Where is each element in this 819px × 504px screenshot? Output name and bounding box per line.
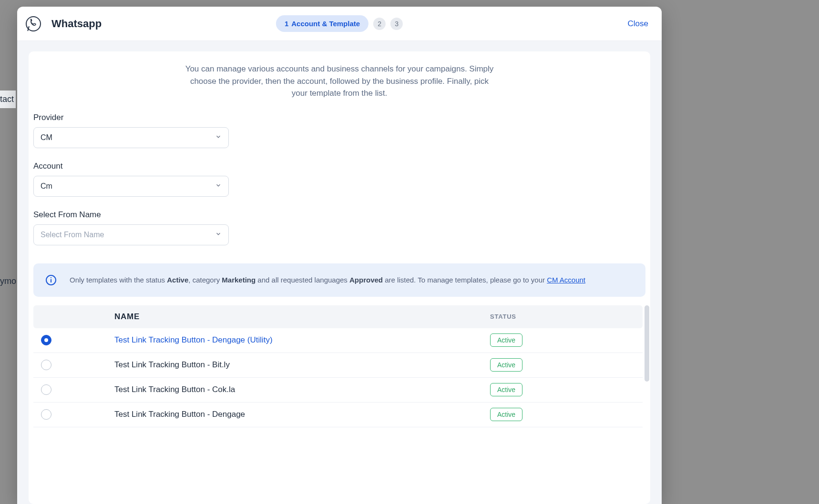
info-text: Only templates with the status Active, c… xyxy=(70,276,585,284)
info-banner: Only templates with the status Active, c… xyxy=(33,263,645,297)
provider-value: CM xyxy=(41,133,52,142)
chevron-down-icon xyxy=(215,231,222,239)
template-name: Test Link Tracking Button - Dengage (Uti… xyxy=(114,335,490,345)
table-row[interactable]: Test Link Tracking Button - Bit.lyActive xyxy=(33,353,643,378)
modal-body: You can manage various accounts and busi… xyxy=(17,41,662,504)
templates-table: NAME STATUS Test Link Tracking Button - … xyxy=(29,305,650,427)
template-radio[interactable] xyxy=(41,360,51,370)
modal-title: Whatsapp xyxy=(51,18,102,30)
table-row[interactable]: Test Link Tracking Button - Cok.laActive xyxy=(33,378,643,403)
modal-header: Whatsapp 1 Account & Template 2 3 Close xyxy=(17,7,662,41)
status-badge: Active xyxy=(490,383,522,396)
intro-text: You can manage various accounts and busi… xyxy=(182,63,497,100)
template-name: Test Link Tracking Button - Cok.la xyxy=(114,385,490,394)
provider-select[interactable]: CM xyxy=(33,127,229,148)
step-1-number: 1 xyxy=(285,20,288,28)
provider-field: Provider CM xyxy=(33,113,229,148)
from-name-field: Select From Name Select From Name xyxy=(33,210,229,245)
background-fragment-contacts: tact xyxy=(0,91,16,108)
status-badge: Active xyxy=(490,358,522,372)
from-name-select[interactable]: Select From Name xyxy=(33,224,229,245)
cm-account-link[interactable]: CM Account xyxy=(547,276,585,284)
table-row[interactable]: Test Link Tracking Button - Dengage (Uti… xyxy=(33,328,643,353)
template-radio[interactable] xyxy=(41,409,51,420)
from-name-label: Select From Name xyxy=(33,210,229,220)
close-button[interactable]: Close xyxy=(628,19,648,29)
status-badge: Active xyxy=(490,333,522,347)
step-3[interactable]: 3 xyxy=(390,18,403,30)
chevron-down-icon xyxy=(215,133,222,142)
account-value: Cm xyxy=(41,182,52,191)
content-card: You can manage various accounts and busi… xyxy=(29,51,650,504)
whatsapp-setup-modal: Whatsapp 1 Account & Template 2 3 Close … xyxy=(17,7,662,504)
from-name-placeholder: Select From Name xyxy=(41,231,104,239)
template-name: Test Link Tracking Button - Bit.ly xyxy=(114,360,490,370)
table-header-row: NAME STATUS xyxy=(33,305,643,328)
template-name: Test Link Tracking Button - Dengage xyxy=(114,410,490,419)
template-radio[interactable] xyxy=(41,384,51,395)
step-1-label: Account & Template xyxy=(291,20,360,28)
scrollbar[interactable] xyxy=(645,305,649,382)
account-field: Account Cm xyxy=(33,161,229,197)
account-label: Account xyxy=(33,161,229,171)
info-icon xyxy=(45,274,57,286)
column-header-status[interactable]: STATUS xyxy=(490,313,643,320)
account-select[interactable]: Cm xyxy=(33,176,229,197)
step-1-account-template[interactable]: 1 Account & Template xyxy=(276,15,369,32)
background-fragment: ymo xyxy=(0,276,16,286)
svg-point-3 xyxy=(51,277,51,278)
column-header-name[interactable]: NAME xyxy=(114,312,490,322)
chevron-down-icon xyxy=(215,182,222,191)
step-2[interactable]: 2 xyxy=(373,18,386,30)
provider-label: Provider xyxy=(33,113,229,122)
wizard-steps: 1 Account & Template 2 3 xyxy=(276,15,403,32)
table-row[interactable]: Test Link Tracking Button - DengageActiv… xyxy=(33,403,643,427)
whatsapp-icon xyxy=(24,14,43,33)
template-radio[interactable] xyxy=(41,335,51,345)
status-badge: Active xyxy=(490,408,522,421)
